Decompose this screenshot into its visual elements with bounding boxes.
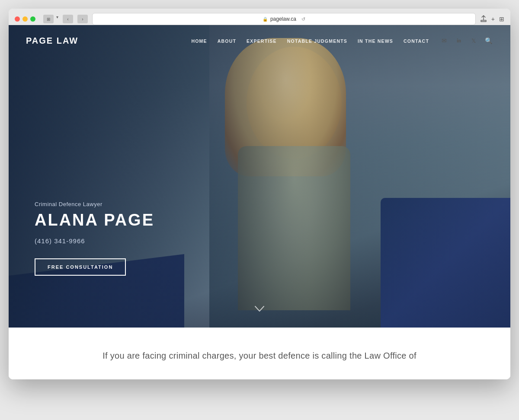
nav-social-icons: ✉ in 𝕏 🔍 xyxy=(439,36,493,45)
nav-item-about[interactable]: ABOUT xyxy=(218,37,236,45)
url-text: pagelaw.ca xyxy=(270,16,296,22)
forward-button[interactable]: › xyxy=(77,15,88,23)
hero-content: Criminal Defence Lawyer ALANA PAGE (416)… xyxy=(35,201,154,276)
nav-bar: PAGE LAW HOME ABOUT EXPERTISE xyxy=(9,25,510,56)
hero-title: ALANA PAGE xyxy=(35,211,154,229)
nav-item-home[interactable]: HOME xyxy=(191,37,207,45)
new-tab-button[interactable]: + xyxy=(491,16,495,22)
browser-window: ⊞ ▾ ‹ › 🔒 pagelaw.ca ↺ + ⊞ xyxy=(9,9,510,379)
sidebar-toggle-button[interactable]: ⊞ xyxy=(43,15,54,23)
hero-phone: (416) 341-9966 xyxy=(35,237,154,245)
browser-chrome: ⊞ ▾ ‹ › 🔒 pagelaw.ca ↺ + ⊞ xyxy=(9,9,510,25)
hero-subtitle: Criminal Defence Lawyer xyxy=(35,201,154,207)
twitter-icon[interactable]: 𝕏 xyxy=(469,36,478,45)
email-icon[interactable]: ✉ xyxy=(439,36,449,45)
browser-top-bar: ⊞ ▾ ‹ › 🔒 pagelaw.ca ↺ + ⊞ xyxy=(15,13,504,25)
scroll-down-indicator[interactable] xyxy=(254,305,265,315)
teaser-section: If you are facing criminal charges, your… xyxy=(9,328,510,379)
site-logo[interactable]: PAGE LAW xyxy=(26,36,78,46)
minimize-button[interactable] xyxy=(22,16,28,22)
nav-item-notable-judgments[interactable]: NOTABLE JUDGMENTS xyxy=(287,37,347,45)
close-button[interactable] xyxy=(15,16,20,22)
nav-menu: HOME ABOUT EXPERTISE NOTABLE JUDGMENTS xyxy=(191,37,429,45)
nav-item-expertise[interactable]: EXPERTISE xyxy=(247,37,277,45)
browser-actions: + ⊞ xyxy=(480,15,504,23)
share-button[interactable] xyxy=(480,15,487,23)
nav-item-contact[interactable]: CONTACT xyxy=(404,37,429,45)
refresh-button[interactable]: ↺ xyxy=(301,16,305,22)
hero-wrapper: PAGE LAW HOME ABOUT EXPERTISE xyxy=(9,25,510,328)
lock-icon: 🔒 xyxy=(263,17,268,22)
website-content: PAGE LAW HOME ABOUT EXPERTISE xyxy=(9,25,510,379)
hero-section: PAGE LAW HOME ABOUT EXPERTISE xyxy=(9,25,510,328)
hero-overlay xyxy=(9,25,510,328)
search-icon[interactable]: 🔍 xyxy=(484,36,493,45)
nav-right: HOME ABOUT EXPERTISE NOTABLE JUDGMENTS xyxy=(191,36,493,45)
nav-item-in-the-news[interactable]: IN THE NEWS xyxy=(358,37,393,45)
maximize-button[interactable] xyxy=(30,16,35,22)
browser-controls: ⊞ ▾ xyxy=(43,15,58,23)
traffic-lights xyxy=(15,16,35,22)
grid-view-button[interactable]: ⊞ xyxy=(499,16,504,22)
back-button[interactable]: ‹ xyxy=(63,15,73,23)
address-bar[interactable]: 🔒 pagelaw.ca ↺ xyxy=(92,13,476,25)
teaser-text: If you are facing criminal charges, your… xyxy=(35,349,484,362)
free-consultation-button[interactable]: FREE CONSULTATION xyxy=(35,258,126,276)
chevron-down-icon: ▾ xyxy=(56,15,58,23)
linkedin-icon[interactable]: in xyxy=(454,36,464,45)
